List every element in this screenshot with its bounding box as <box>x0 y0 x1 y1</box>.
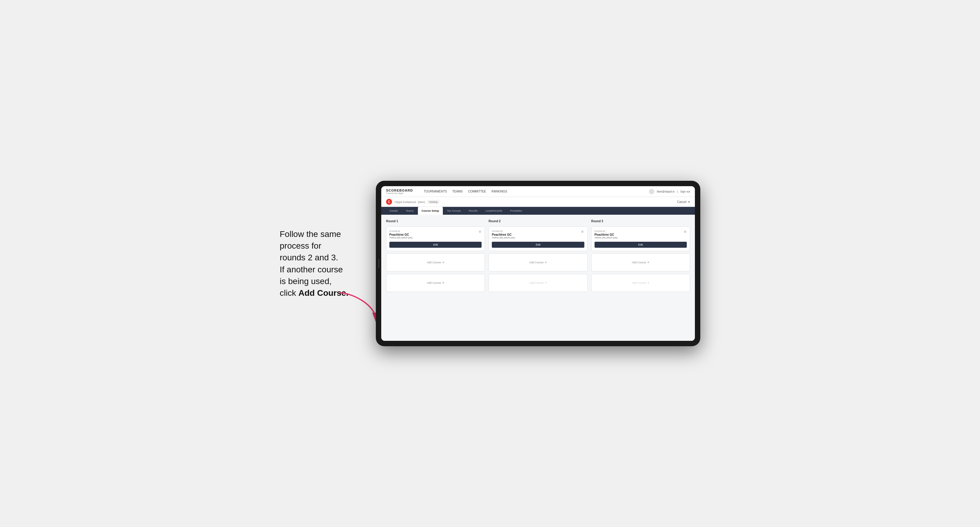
round1-delete-icon[interactable]: ⊗ <box>477 229 482 234</box>
round3-column: Round 3 ⊗ (Course A) Peachtree GC Yellow… <box>591 219 690 292</box>
round3-add-text-2: Add Course + <box>632 281 649 285</box>
logo-area: SCOREBOARD Powered by clippd <box>386 189 413 194</box>
tournament-name: Clippd Invitational (Men) <box>395 200 425 203</box>
round1-column: Round 1 ⊗ (Course A) Peachtree GC Yellow… <box>386 219 485 292</box>
logo-scoreboard: SCOREBOARD <box>386 189 413 192</box>
round3-add-text-1: Add Course + <box>632 260 649 264</box>
instruction-bold: Add Course. <box>298 288 348 298</box>
tab-results[interactable]: Results <box>465 207 481 215</box>
round1-course-card: ⊗ (Course A) Peachtree GC Yellow (M) (66… <box>386 226 485 251</box>
round2-course-badge: (Course A) <box>492 230 584 232</box>
tablet-side-button <box>378 259 379 268</box>
round2-label: Round 2 <box>488 219 587 223</box>
main-content: Round 1 ⊗ (Course A) Peachtree GC Yellow… <box>381 215 695 341</box>
instruction-line6: click Add Course. <box>280 287 364 299</box>
round1-course-name: Peachtree GC <box>389 233 482 237</box>
round3-delete-icon[interactable]: ⊗ <box>682 229 687 234</box>
tab-course-setup[interactable]: Course Setup <box>418 207 443 215</box>
cancel-button[interactable]: Cancel ✕ <box>677 200 690 203</box>
round2-course-name: Peachtree GC <box>492 233 584 237</box>
tab-details[interactable]: Details <box>386 207 402 215</box>
round3-label: Round 3 <box>591 219 690 223</box>
tablet-frame: SCOREBOARD Powered by clippd TOURNAMENTS… <box>376 181 700 346</box>
instruction-line1: Follow the same <box>280 228 364 240</box>
tournament-info: C Clippd Invitational (Men) Hosting <box>386 199 439 205</box>
instruction-line3: rounds 2 and 3. <box>280 252 364 264</box>
round3-course-badge: (Course A) <box>595 230 687 232</box>
tab-leaderboards[interactable]: Leaderboards <box>482 207 506 215</box>
instruction-panel: Follow the same process for rounds 2 and… <box>280 228 364 299</box>
round2-add-text-1: Add Course + <box>529 260 547 264</box>
instruction-line5: is being used, <box>280 275 364 287</box>
tablet-screen: SCOREBOARD Powered by clippd TOURNAMENTS… <box>381 186 695 341</box>
top-nav: SCOREBOARD Powered by clippd TOURNAMENTS… <box>381 186 695 197</box>
round2-course-details: Yellow (M) (6629 yds) <box>492 237 584 239</box>
round3-course-card: ⊗ (Course A) Peachtree GC Yellow (M) (66… <box>591 226 690 251</box>
logo-powered: Powered by clippd <box>386 192 413 194</box>
round3-edit-button[interactable]: Edit <box>595 242 687 248</box>
round1-course-details: Yellow (M) (6629 yds) <box>389 237 482 239</box>
round2-add-course-1[interactable]: Add Course + <box>488 254 587 271</box>
tab-tee-groups[interactable]: Tee Groups <box>444 207 465 215</box>
round3-plus-icon-2: + <box>648 281 649 285</box>
round2-delete-icon[interactable]: ⊗ <box>580 229 585 234</box>
round3-course-details: Yellow (M) (6629 yds) <box>595 237 687 239</box>
tab-teams[interactable]: Teams <box>402 207 418 215</box>
nav-committee[interactable]: COMMITTEE <box>468 189 486 194</box>
round1-add-text-1: Add Course + <box>426 260 444 264</box>
nav-teams[interactable]: TEAMS <box>452 189 463 194</box>
round3-course-name: Peachtree GC <box>595 233 687 237</box>
hosting-badge: Hosting <box>428 200 439 204</box>
instruction-line4: If another course <box>280 264 364 275</box>
round1-add-course-2[interactable]: Add Course + <box>386 274 485 292</box>
round1-add-text-2: Add Course + <box>426 281 444 285</box>
tab-printables[interactable]: Printables <box>506 207 526 215</box>
page-wrapper: Follow the same process for rounds 2 and… <box>280 181 700 346</box>
nav-rankings[interactable]: RANKINGS <box>492 189 507 194</box>
sign-out-link[interactable]: Sign out <box>680 190 690 193</box>
separator: | <box>677 190 678 193</box>
user-avatar <box>649 189 654 194</box>
user-email: blair@clippd.io <box>657 190 675 193</box>
round2-add-text-2: Add Course + <box>529 281 547 285</box>
instruction-line2: process for <box>280 240 364 252</box>
round2-column: Round 2 ⊗ (Course A) Peachtree GC Yellow… <box>488 219 587 292</box>
round2-course-card: ⊗ (Course A) Peachtree GC Yellow (M) (66… <box>488 226 587 251</box>
tournament-logo: C <box>386 199 392 205</box>
round2-plus-icon-2: + <box>545 281 547 285</box>
tab-bar: Details Teams Course Setup Tee Groups Re… <box>381 207 695 215</box>
round1-label: Round 1 <box>386 219 485 223</box>
round1-plus-icon-1: + <box>442 260 444 264</box>
nav-links: TOURNAMENTS TEAMS COMMITTEE RANKINGS <box>423 189 642 194</box>
round2-add-course-2: Add Course + <box>488 274 587 292</box>
round1-course-badge: (Course A) <box>389 230 482 232</box>
round3-add-course-1[interactable]: Add Course + <box>591 254 690 271</box>
round3-plus-icon-1: + <box>648 260 649 264</box>
round1-add-course-1[interactable]: Add Course + <box>386 254 485 271</box>
sub-header: C Clippd Invitational (Men) Hosting Canc… <box>381 197 695 207</box>
nav-tournaments[interactable]: TOURNAMENTS <box>423 189 447 194</box>
rounds-grid: Round 1 ⊗ (Course A) Peachtree GC Yellow… <box>386 219 690 292</box>
nav-right: blair@clippd.io | Sign out <box>649 189 690 194</box>
round2-edit-button[interactable]: Edit <box>492 242 584 248</box>
round3-add-course-2: Add Course + <box>591 274 690 292</box>
round1-edit-button[interactable]: Edit <box>389 242 482 248</box>
round1-plus-icon-2: + <box>442 281 444 285</box>
round2-plus-icon-1: + <box>545 260 547 264</box>
